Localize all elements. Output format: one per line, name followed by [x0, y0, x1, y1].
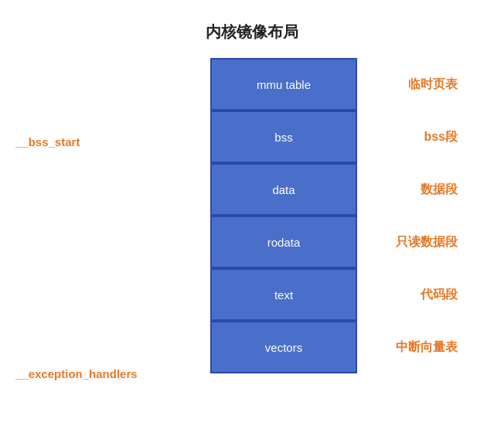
label-rodata: 只读数据段 [396, 234, 458, 250]
block-vectors: vectors [210, 321, 357, 373]
blocks-column: mmu table bss data rodata text vectors [210, 58, 357, 373]
block-data: data [210, 163, 357, 216]
label-data: 数据段 [421, 182, 458, 198]
label-mmu-table: 临时页表 [408, 77, 458, 93]
diagram-container: mmu table bss data rodata text vectors 临… [0, 58, 504, 414]
block-text: text [210, 268, 357, 321]
label-exception-handlers: __exception_handlers [15, 367, 138, 380]
page-title: 内核镜像布局 [0, 22, 504, 43]
label-text: 代码段 [421, 287, 458, 303]
block-rodata: rodata [210, 216, 357, 268]
label-bss: bss段 [424, 129, 458, 145]
label-bss-start: __bss_start [15, 135, 80, 148]
block-mmu-table: mmu table [210, 58, 357, 111]
block-bss: bss [210, 111, 357, 163]
label-vectors: 中断向量表 [396, 339, 458, 356]
